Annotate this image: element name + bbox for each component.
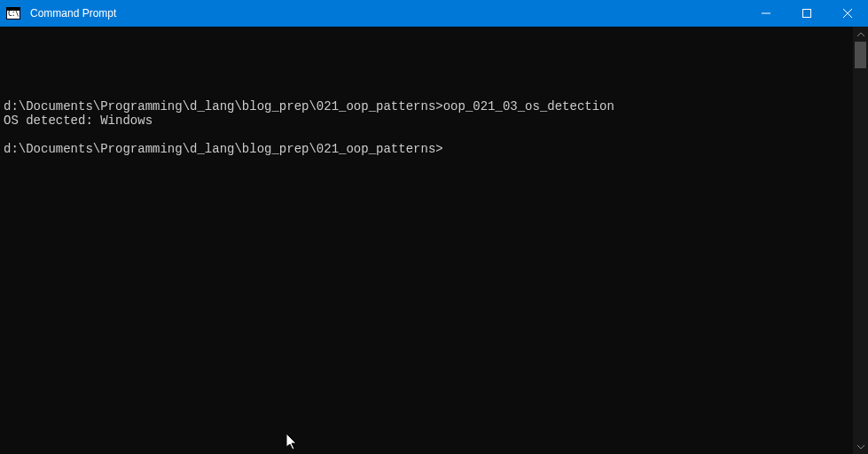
chevron-up-icon [857, 33, 864, 36]
command-prompt-icon: C:\ [6, 7, 20, 20]
terminal-output[interactable]: d:\Documents\Programming\d_lang\blog_pre… [0, 27, 853, 454]
maximize-button[interactable] [786, 0, 827, 27]
vertical-scrollbar[interactable] [853, 27, 868, 454]
scroll-up-button[interactable] [853, 27, 868, 42]
window-controls [746, 0, 868, 27]
client-area: d:\Documents\Programming\d_lang\blog_pre… [0, 27, 868, 454]
terminal-line: OS detected: Windows [4, 114, 848, 128]
svg-rect-1 [803, 10, 811, 18]
app-icon-box: C:\ [0, 7, 27, 20]
terminal-line: d:\Documents\Programming\d_lang\blog_pre… [4, 142, 848, 156]
command-prompt-window: C:\ Command Prompt [0, 0, 868, 454]
close-button[interactable] [827, 0, 868, 27]
maximize-icon [802, 9, 811, 18]
terminal-line: d:\Documents\Programming\d_lang\blog_pre… [4, 99, 848, 114]
titlebar[interactable]: C:\ Command Prompt [0, 0, 868, 27]
scrollbar-track[interactable] [853, 42, 868, 439]
scroll-down-button[interactable] [853, 439, 868, 454]
terminal-line [4, 128, 848, 142]
minimize-button[interactable] [746, 0, 786, 27]
close-icon [843, 9, 852, 18]
chevron-down-icon [857, 445, 864, 449]
window-title: Command Prompt [27, 7, 116, 20]
minimize-icon [762, 9, 770, 18]
scrollbar-thumb[interactable] [855, 42, 866, 68]
